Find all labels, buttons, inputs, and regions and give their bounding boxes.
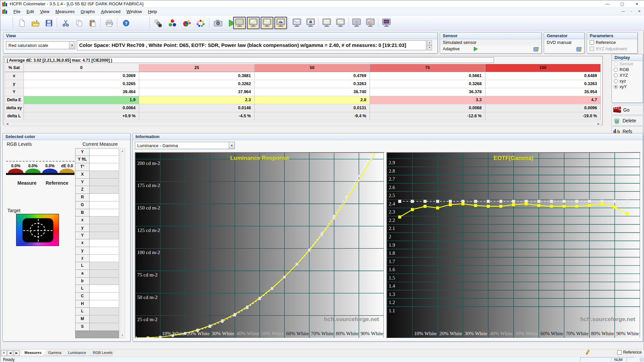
scroll-right-icon[interactable]: ▶ (596, 122, 601, 126)
radio-icon[interactable] (614, 68, 618, 72)
spinner-up-icon[interactable]: ▲ (427, 40, 432, 45)
generator-configure-icon[interactable] (576, 47, 582, 52)
view-preset-select[interactable]: Red saturation scale ▼ (6, 41, 75, 49)
table-cell[interactable]: 35.954 (485, 88, 601, 96)
table-cell[interactable]: 1.9 (24, 96, 139, 104)
measure-row-value[interactable] (90, 179, 119, 186)
table-cell[interactable]: 36.740 (255, 88, 370, 96)
measure-row-value[interactable] (90, 308, 119, 315)
view-nearblack-curve-button[interactable] (290, 17, 303, 29)
table-cell[interactable]: 0.0096 (485, 104, 601, 112)
column-header-0[interactable]: 0 (24, 64, 139, 72)
reference-checkbox-row[interactable]: Reference (617, 350, 642, 355)
continuous-measure-button[interactable] (194, 17, 207, 29)
close-button[interactable]: ✕ (630, 0, 644, 8)
reference-checkbox[interactable] (617, 350, 622, 355)
view-color-temperature-button[interactable] (350, 17, 363, 29)
table-cell[interactable]: 0.3268 (370, 80, 485, 88)
table-cell[interactable]: 0.6489 (485, 72, 601, 80)
table-cell[interactable]: 39.464 (24, 88, 139, 96)
minimize-button[interactable]: — (600, 0, 615, 8)
table-cell[interactable]: 0.0131 (255, 104, 370, 112)
view-cie-diagram-button[interactable] (304, 17, 317, 29)
table-cell[interactable]: 37.964 (139, 88, 255, 96)
table-cell[interactable]: 0.5661 (370, 72, 485, 80)
display-option-xyY[interactable]: xyY (612, 84, 643, 89)
print-button[interactable] (103, 17, 116, 29)
menu-file[interactable]: File (10, 8, 23, 15)
new-button[interactable] (16, 17, 29, 29)
tab-rgb-levels[interactable]: RGB Levels (88, 350, 118, 356)
table-cell[interactable]: +0.9 % (24, 112, 139, 120)
view-luminance-curve-button[interactable] (247, 17, 260, 29)
measure-row-value[interactable] (90, 285, 119, 293)
table-cell[interactable]: 2.3 (139, 96, 255, 104)
table-cell[interactable]: 4.7 (485, 96, 601, 104)
param-reference-checkbox-row[interactable]: Reference (587, 39, 637, 46)
measure-row-value[interactable] (90, 201, 119, 209)
column-header-75[interactable]: 75 (370, 64, 485, 72)
spinner-down-icon[interactable]: ▼ (427, 45, 432, 50)
menu-measures[interactable]: Measures (52, 8, 77, 15)
column-header-50[interactable]: 50 (255, 64, 370, 72)
measure-row-value[interactable] (90, 171, 119, 179)
measure-row-value[interactable] (90, 239, 119, 247)
table-cell[interactable]: -12.6 % (370, 112, 485, 120)
primaries-measure-button[interactable] (166, 17, 179, 29)
menu-graphs[interactable]: Graphs (77, 8, 98, 15)
delete-button[interactable]: Delete (611, 116, 643, 126)
table-cell[interactable]: 0.0146 (139, 104, 255, 112)
table-cell[interactable]: 3.3 (370, 96, 485, 104)
resize-grip[interactable] (640, 358, 644, 362)
measure-row-value[interactable] (90, 186, 119, 194)
measure-row-value[interactable] (90, 217, 119, 224)
cut-button[interactable] (59, 17, 72, 29)
scroll-left-icon[interactable]: ◀ (5, 122, 10, 126)
view-info-spinner[interactable]: ▲ ▼ (427, 40, 432, 50)
measure-row-value[interactable] (90, 194, 119, 201)
radio-icon[interactable] (614, 85, 618, 89)
table-cell[interactable]: -4.5 % (139, 112, 255, 120)
menu-advanced[interactable]: Advanced (98, 8, 123, 15)
measure-row-value[interactable] (90, 300, 119, 308)
measure-row-value[interactable] (90, 232, 119, 240)
measure-row-value[interactable] (90, 323, 119, 331)
table-cell[interactable]: 0.3262 (139, 80, 255, 88)
current-measure-scrollbar[interactable]: ▲ ▼ (120, 148, 125, 338)
copy-button[interactable] (73, 17, 86, 29)
saturations-measure-button[interactable] (180, 17, 193, 29)
radio-icon[interactable] (614, 73, 618, 77)
tab-gamma[interactable]: Gamma (43, 350, 66, 356)
measure-row-value[interactable] (90, 156, 119, 164)
maximize-button[interactable]: ▢ (615, 0, 630, 8)
view-rgb-histogram-button[interactable] (274, 17, 287, 29)
table-cell[interactable]: 0.0068 (370, 104, 485, 112)
open-button[interactable] (29, 17, 42, 29)
play-icon[interactable] (473, 47, 478, 51)
mdi-restore-button[interactable]: ▫ (628, 8, 634, 14)
pen-icon[interactable] (585, 350, 590, 355)
paste-button[interactable] (86, 17, 99, 29)
display-option-xyz[interactable]: xyz (612, 78, 643, 84)
about-button[interactable]: ? (120, 17, 132, 29)
column-header-100[interactable]: 100 (485, 64, 601, 72)
table-cell[interactable]: 0.3069 (24, 72, 139, 80)
checkbox[interactable] (590, 40, 594, 45)
measure-row-value[interactable] (90, 315, 119, 323)
view-saturation-luminance-button[interactable] (364, 17, 377, 29)
table-cell[interactable]: 2.8 (255, 96, 370, 104)
menu-help[interactable]: Help (145, 8, 160, 15)
measure-row-value[interactable] (90, 278, 119, 285)
menu-edit[interactable]: Edit (23, 8, 37, 15)
measure-row-value[interactable] (90, 209, 119, 217)
measure-row-value[interactable] (90, 247, 119, 255)
measure-row-value[interactable] (90, 163, 119, 171)
table-cell[interactable]: -19.0 % (485, 112, 601, 120)
go-button[interactable]: Go (611, 105, 643, 115)
view-measures-grid-button[interactable] (233, 17, 246, 29)
grayscale-measure-button[interactable] (152, 17, 165, 29)
measure-row-value[interactable] (90, 148, 119, 156)
mdi-close-button[interactable]: ✕ (636, 8, 642, 14)
tab-close-button[interactable]: ✕ (1, 350, 7, 356)
table-cell[interactable]: 0.0064 (24, 104, 139, 112)
